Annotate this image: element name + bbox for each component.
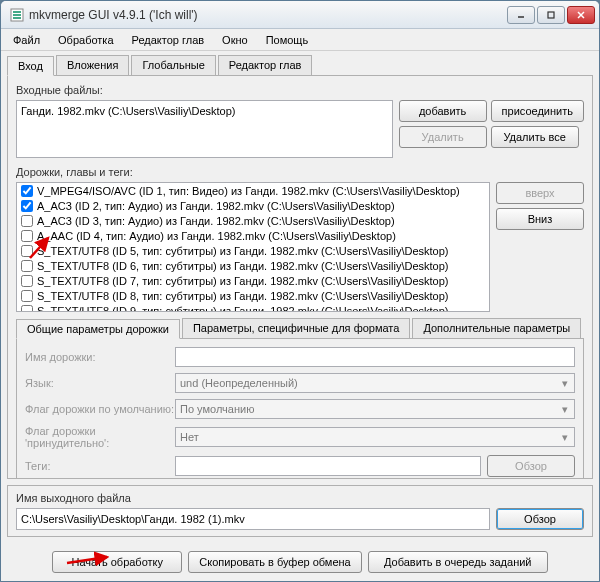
track-checkbox[interactable] xyxy=(21,230,33,242)
track-row[interactable]: S_TEXT/UTF8 (ID 7, тип: субтитры) из Ган… xyxy=(17,273,489,288)
language-combo[interactable]: und (Неопределенный) xyxy=(175,373,575,393)
track-name-label: Имя дорожки: xyxy=(25,351,175,363)
forced-flag-combo[interactable]: Нет xyxy=(175,427,575,447)
menu-file[interactable]: Файл xyxy=(5,32,48,48)
track-label: A_AAC (ID 4, тип: Аудио) из Ганди. 1982.… xyxy=(37,230,396,242)
track-row[interactable]: A_AAC (ID 4, тип: Аудио) из Ганди. 1982.… xyxy=(17,228,489,243)
tracks-label: Дорожки, главы и теги: xyxy=(16,166,584,178)
tags-browse-button[interactable]: Обзор xyxy=(487,455,575,477)
language-label: Язык: xyxy=(25,377,175,389)
track-label: S_TEXT/UTF8 (ID 7, тип: субтитры) из Ган… xyxy=(37,275,449,287)
queue-button[interactable]: Добавить в очередь заданий xyxy=(368,551,548,573)
track-label: S_TEXT/UTF8 (ID 8, тип: субтитры) из Ган… xyxy=(37,290,449,302)
svg-rect-2 xyxy=(13,14,21,16)
track-general-panel: Имя дорожки: Язык: und (Неопределенный) … xyxy=(16,338,584,479)
track-subtabs: Общие параметры дорожки Параметры, специ… xyxy=(16,312,584,338)
track-label: A_AC3 (ID 3, тип: Аудио) из Ганди. 1982.… xyxy=(37,215,395,227)
subtab-general[interactable]: Общие параметры дорожки xyxy=(16,319,180,339)
default-flag-combo[interactable]: По умолчанию xyxy=(175,399,575,419)
subtab-format[interactable]: Параметры, специфичные для формата xyxy=(182,318,410,338)
input-files-label: Входные файлы: xyxy=(16,84,584,96)
tracks-list[interactable]: V_MPEG4/ISO/AVC (ID 1, тип: Видео) из Га… xyxy=(16,182,490,312)
track-checkbox[interactable] xyxy=(21,200,33,212)
titlebar: mkvmerge GUI v4.9.1 ('Ich will') xyxy=(1,1,599,29)
track-name-field[interactable] xyxy=(175,347,575,367)
start-button[interactable]: Начать обработку xyxy=(52,551,182,573)
subtab-extra[interactable]: Дополнительные параметры xyxy=(412,318,581,338)
output-browse-button[interactable]: Обзор xyxy=(496,508,584,530)
tab-attachments[interactable]: Вложения xyxy=(56,55,130,75)
copy-button[interactable]: Скопировать в буфер обмена xyxy=(188,551,361,573)
track-checkbox[interactable] xyxy=(21,260,33,272)
svg-rect-1 xyxy=(13,11,21,13)
track-checkbox[interactable] xyxy=(21,290,33,302)
track-row[interactable]: A_AC3 (ID 3, тип: Аудио) из Ганди. 1982.… xyxy=(17,213,489,228)
window-title: mkvmerge GUI v4.9.1 ('Ich will') xyxy=(29,8,507,22)
tab-chapter-editor[interactable]: Редактор глав xyxy=(218,55,313,75)
track-checkbox[interactable] xyxy=(21,245,33,257)
default-flag-label: Флаг дорожки по умолчанию: xyxy=(25,403,175,415)
track-checkbox[interactable] xyxy=(21,215,33,227)
svg-rect-3 xyxy=(13,17,21,19)
main-tabbar: Вход Вложения Глобальные Редактор глав xyxy=(1,51,599,75)
append-button[interactable]: присоединить xyxy=(491,100,584,122)
track-row[interactable]: S_TEXT/UTF8 (ID 5, тип: субтитры) из Ган… xyxy=(17,243,489,258)
close-button[interactable] xyxy=(567,6,595,24)
track-row[interactable]: S_TEXT/UTF8 (ID 9, тип: субтитры) из Ган… xyxy=(17,303,489,312)
tab-input[interactable]: Вход xyxy=(7,56,54,76)
tab-global[interactable]: Глобальные xyxy=(131,55,215,75)
tags-field[interactable] xyxy=(175,456,481,476)
app-icon xyxy=(9,7,25,23)
track-label: A_AC3 (ID 2, тип: Аудио) из Ганди. 1982.… xyxy=(37,200,395,212)
menubar: Файл Обработка Редактор глав Окно Помощь xyxy=(1,29,599,51)
input-files-list[interactable]: Ганди. 1982.mkv (C:\Users\Vasiliy\Deskto… xyxy=(16,100,393,158)
track-label: S_TEXT/UTF8 (ID 6, тип: субтитры) из Ган… xyxy=(37,260,449,272)
menu-help[interactable]: Помощь xyxy=(258,32,317,48)
track-label: V_MPEG4/ISO/AVC (ID 1, тип: Видео) из Га… xyxy=(37,185,460,197)
track-checkbox[interactable] xyxy=(21,185,33,197)
menu-window[interactable]: Окно xyxy=(214,32,256,48)
maximize-button[interactable] xyxy=(537,6,565,24)
track-label: S_TEXT/UTF8 (ID 5, тип: субтитры) из Ган… xyxy=(37,245,449,257)
input-file-item[interactable]: Ганди. 1982.mkv (C:\Users\Vasiliy\Deskto… xyxy=(21,105,388,117)
menu-chapter-editor[interactable]: Редактор глав xyxy=(124,32,213,48)
track-row[interactable]: S_TEXT/UTF8 (ID 6, тип: субтитры) из Ган… xyxy=(17,258,489,273)
svg-rect-5 xyxy=(548,12,554,18)
up-button[interactable]: вверх xyxy=(496,182,584,204)
output-file-field[interactable] xyxy=(16,508,490,530)
tags-label: Теги: xyxy=(25,460,175,472)
remove-all-button[interactable]: Удалить все xyxy=(491,126,579,148)
remove-button[interactable]: Удалить xyxy=(399,126,487,148)
track-row[interactable]: S_TEXT/UTF8 (ID 8, тип: субтитры) из Ган… xyxy=(17,288,489,303)
track-row[interactable]: A_AC3 (ID 2, тип: Аудио) из Ганди. 1982.… xyxy=(17,198,489,213)
add-button[interactable]: добавить xyxy=(399,100,487,122)
bottom-bar: Начать обработку Скопировать в буфер обм… xyxy=(1,543,599,581)
track-checkbox[interactable] xyxy=(21,275,33,287)
forced-flag-label: Флаг дорожки 'принудительно': xyxy=(25,425,175,449)
track-row[interactable]: V_MPEG4/ISO/AVC (ID 1, тип: Видео) из Га… xyxy=(17,183,489,198)
down-button[interactable]: Вниз xyxy=(496,208,584,230)
minimize-button[interactable] xyxy=(507,6,535,24)
track-checkbox[interactable] xyxy=(21,305,33,313)
output-file-label: Имя выходного файла xyxy=(16,492,584,504)
menu-processing[interactable]: Обработка xyxy=(50,32,121,48)
app-window: mkvmerge GUI v4.9.1 ('Ich will') Файл Об… xyxy=(0,0,600,582)
track-label: S_TEXT/UTF8 (ID 9, тип: субтитры) из Ган… xyxy=(37,305,449,313)
